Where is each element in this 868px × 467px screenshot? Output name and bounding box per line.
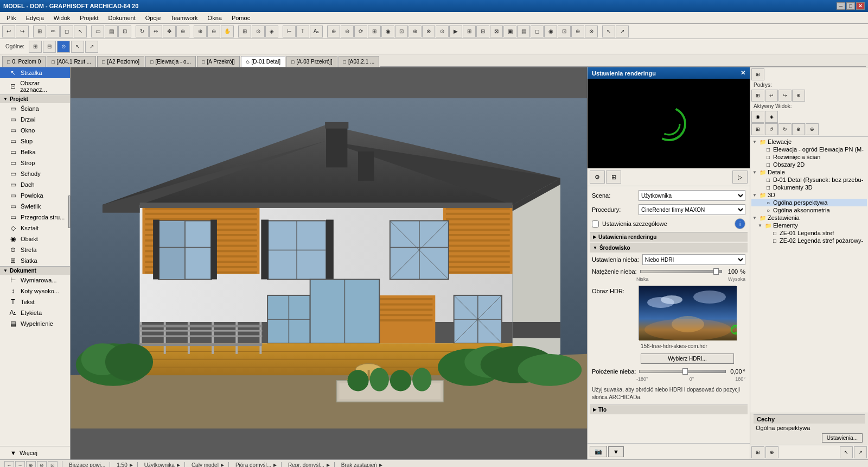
nav-zoom-in[interactable]: ⊕ — [26, 461, 36, 468]
dokument-section-header[interactable]: ▼ Dokument — [0, 266, 70, 275]
fr-btn-a1[interactable]: ⊞ — [751, 90, 764, 102]
fr-btn-1[interactable]: ⊞ — [751, 68, 764, 80]
sky-select[interactable]: Niebo HDRI — [642, 254, 745, 265]
tb-btn-2[interactable]: ⊖ — [341, 26, 354, 37]
tb-btn-19[interactable]: ⊕ — [571, 26, 584, 37]
sec-btn-2[interactable]: ⊟ — [43, 41, 56, 53]
fr-btn-c5[interactable]: ⊖ — [806, 123, 819, 135]
fr-action-1[interactable]: ⊞ — [751, 446, 764, 458]
tb-btn-15[interactable]: ▤ — [517, 26, 530, 37]
copy-tool[interactable]: ⊕ — [176, 26, 189, 37]
fr-btn-a3[interactable]: ↪ — [778, 90, 792, 102]
tree-3d[interactable]: ▼ 📁 3D — [751, 191, 867, 199]
render-start-button[interactable]: 📷 — [590, 446, 607, 457]
projekt-section-header[interactable]: ▼ Projekt — [0, 94, 70, 103]
menu-widok[interactable]: Widok — [49, 14, 75, 22]
tab-6[interactable]: □ [A-03 Przekrój] — [286, 56, 337, 67]
sec-btn-1[interactable]: ⊞ — [29, 41, 42, 53]
nav-zoom-out[interactable]: ⊖ — [37, 461, 47, 468]
menu-pomoc[interactable]: Pomoc — [227, 14, 254, 22]
tree-ze01[interactable]: □ ZE-01 Legenda stref — [751, 229, 867, 237]
sidebar-item-wymiarowa[interactable]: ⊢ Wymiarowa... — [0, 275, 70, 286]
tree-d01[interactable]: □ D-01 Detal (Rysunek: bez przebu- — [751, 176, 867, 184]
render-grid-btn[interactable]: ⊞ — [606, 171, 621, 184]
pan-tool[interactable]: ✋ — [221, 26, 234, 37]
fr-btn-c3[interactable]: ↻ — [778, 123, 792, 135]
pencil-tool[interactable]: ✏ — [47, 26, 60, 37]
settings-button[interactable]: Ustawienia... — [822, 433, 863, 443]
procedury-select[interactable]: CineRender firmy MAXON — [639, 204, 745, 215]
fr-btn-c1[interactable]: ⊞ — [751, 123, 764, 135]
sidebar-item-etykieta[interactable]: A₁ Etykieta — [0, 307, 70, 318]
3d-tool[interactable]: ◈ — [265, 26, 278, 37]
close-button[interactable]: ✕ — [856, 2, 865, 10]
sec-btn-3[interactable]: ⊙ — [57, 41, 70, 53]
render-options-button[interactable]: ▼ — [608, 446, 624, 457]
move-tool[interactable]: ✥ — [163, 26, 176, 37]
tree-ogolna-perspektywa[interactable]: ○ Ogólna perspektywa — [751, 199, 867, 206]
tree-zestawienia[interactable]: ▼ 📁 Zestawienia — [751, 214, 867, 222]
sidebar-item-siatka[interactable]: ⊞ Siatka — [0, 255, 70, 266]
select-tool[interactable]: ⊞ — [33, 26, 46, 37]
info-btn[interactable]: i — [735, 218, 745, 229]
render-settings-btn[interactable]: ⚙ — [590, 171, 605, 184]
tb-btn-1[interactable]: ⊕ — [327, 26, 340, 37]
fr-action-2[interactable]: ⊕ — [765, 446, 778, 458]
sidebar-item-obiekt[interactable]: ◉ Obiekt — [0, 234, 70, 244]
tb-btn-17[interactable]: ◉ — [544, 26, 557, 37]
tb-btn-21[interactable]: ↖ — [602, 26, 615, 37]
tb-btn-16[interactable]: ◻ — [531, 26, 544, 37]
sidebar-item-schody[interactable]: ▭ Schody — [0, 168, 70, 179]
label-tool[interactable]: A₁ — [310, 26, 323, 37]
sidebar-item-strzalka[interactable]: ↖ Strzałka — [0, 67, 70, 78]
srodowisko-section[interactable]: ▼ Środowisko — [590, 243, 748, 253]
tb-btn-6[interactable]: ⊡ — [395, 26, 408, 37]
sidebar-item-wypelnienie[interactable]: ▤ Wypełnienie — [0, 318, 70, 329]
tree-elementy[interactable]: ▼ 📁 Elementy — [751, 222, 867, 229]
sidebar-item-powloka[interactable]: ▭ Powłoka — [0, 190, 70, 201]
nav-back[interactable]: ← — [4, 461, 14, 468]
menu-edycja[interactable]: Edycja — [22, 14, 48, 22]
tree-elewacja-ogrod[interactable]: □ Elewacja - ogród Elewacja PN (M- — [751, 146, 867, 153]
tab-0[interactable]: □ 0. Poziom 0 — [2, 56, 46, 67]
sidebar-item-dach[interactable]: ▭ Dach — [0, 179, 70, 190]
tb-btn-3[interactable]: ⟳ — [354, 26, 367, 37]
wall-tool[interactable]: ▭ — [91, 26, 104, 37]
maximize-button[interactable]: □ — [846, 2, 855, 10]
redo-button[interactable]: ↪ — [16, 26, 29, 37]
scena-select[interactable]: Użytkownika — [639, 190, 745, 201]
fr-action-4[interactable]: ↗ — [854, 446, 867, 458]
tb-btn-8[interactable]: ⊗ — [422, 26, 435, 37]
snap-tool[interactable]: ⊙ — [252, 26, 265, 37]
sidebar-item-strop[interactable]: ▭ Strop — [0, 157, 70, 168]
tree-ze02[interactable]: □ ZE-02 Legenda stref pożarowy- — [751, 237, 867, 244]
minimize-button[interactable]: ─ — [837, 2, 845, 10]
sidebar-item-koty[interactable]: ↕ Koty wysoko... — [0, 286, 70, 296]
menu-teamwork[interactable]: Teamwork — [166, 14, 202, 22]
mirror-tool[interactable]: ⇔ — [149, 26, 162, 37]
menu-plik[interactable]: Plik — [2, 14, 21, 22]
door-tool[interactable]: ▤ — [105, 26, 118, 37]
fr-btn-b1[interactable]: ◉ — [751, 111, 764, 123]
tlo-section[interactable]: ▶ Tło — [590, 405, 748, 414]
menu-dokument[interactable]: Dokument — [104, 14, 140, 22]
fr-btn-a4[interactable]: ⊕ — [792, 90, 805, 102]
nav-fit[interactable]: ⊡ — [48, 461, 58, 468]
text-tool[interactable]: T — [296, 26, 309, 37]
fr-btn-c4[interactable]: ⊕ — [792, 123, 805, 135]
sidebar-item-tekst[interactable]: T Tekst — [0, 296, 70, 307]
rotate-tool[interactable]: ↻ — [136, 26, 149, 37]
fr-btn-b2[interactable]: ◈ — [765, 111, 778, 123]
eraser-tool[interactable]: ◻ — [60, 26, 73, 37]
tab-2[interactable]: □ [A2 Poziomo] — [97, 56, 144, 67]
fr-btn-a2[interactable]: ↩ — [765, 90, 778, 102]
render-settings-section[interactable]: ▶ Ustawienia renderingu — [590, 232, 748, 242]
dim-tool[interactable]: ⊢ — [283, 26, 296, 37]
tree-elewacje[interactable]: ▼ 📁 Elewacje — [751, 138, 867, 146]
tb-btn-5[interactable]: ◉ — [381, 26, 394, 37]
tab-3[interactable]: □ [Elewacja - o... — [145, 56, 196, 67]
tb-btn-4[interactable]: ⊞ — [368, 26, 381, 37]
zoom-out-tool[interactable]: ⊖ — [207, 26, 220, 37]
sidebar-item-ksztalt[interactable]: ◇ Kształt — [0, 223, 70, 234]
sidebar-item-drzwi[interactable]: ▭ Drzwi — [0, 114, 70, 125]
